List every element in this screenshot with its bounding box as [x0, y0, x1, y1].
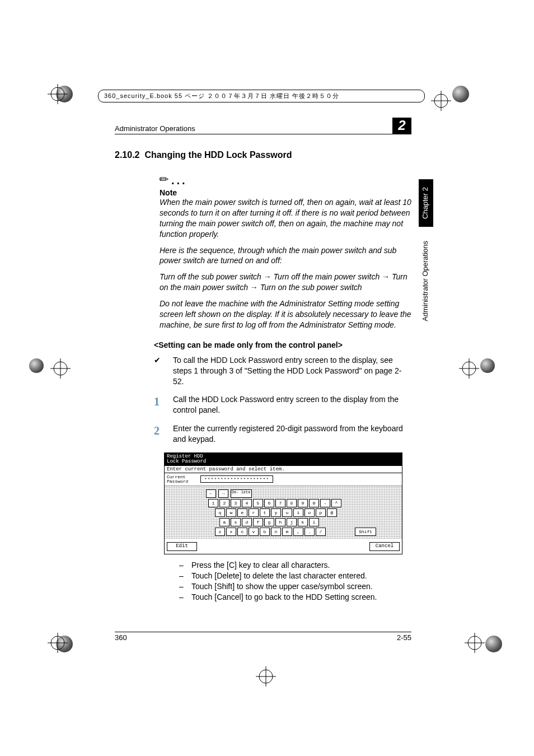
checkmark-icon: ✔: [154, 355, 163, 387]
embedded-screenshot: Register HDD Lock Password Enter current…: [164, 452, 402, 554]
step-number: 2: [154, 423, 163, 445]
key-5[interactable]: 5: [253, 499, 263, 507]
registration-mark-icon: [459, 358, 479, 379]
key-k[interactable]: k: [298, 518, 308, 526]
key-b[interactable]: b: [260, 528, 270, 536]
key-arrow-right[interactable]: →: [218, 489, 228, 498]
key-e[interactable]: e: [237, 508, 247, 517]
key-w[interactable]: w: [226, 508, 236, 517]
step-number: 1: [154, 394, 163, 416]
key-u[interactable]: u: [282, 508, 292, 517]
key-arrow-left[interactable]: ←: [206, 489, 216, 498]
registration-mark-icon: [48, 633, 68, 653]
key-7[interactable]: 7: [275, 499, 285, 507]
footer-page-number: 2-55: [397, 633, 411, 642]
registration-mark-icon: [256, 666, 276, 687]
key-t[interactable]: t: [260, 508, 270, 517]
key-d[interactable]: d: [242, 518, 252, 526]
crop-mark-icon: [452, 86, 469, 102]
crop-mark-icon: [480, 358, 495, 373]
key-v[interactable]: v: [249, 528, 259, 536]
key-r[interactable]: r: [249, 508, 259, 517]
key-q[interactable]: q: [215, 508, 225, 517]
key-.[interactable]: .: [305, 528, 315, 536]
registration-mark-icon: [431, 91, 451, 111]
sub-heading: <Setting can be made only from the contr…: [154, 340, 411, 349]
key-1[interactable]: 1: [208, 499, 218, 507]
cancel-button[interactable]: Cancel: [369, 542, 400, 551]
registration-mark-icon: [50, 358, 71, 379]
section-heading: 2.10.2 Changing the HDD Lock Password: [115, 150, 411, 160]
key-^[interactable]: ^: [331, 499, 341, 507]
key-2[interactable]: 2: [219, 499, 229, 507]
key-s[interactable]: s: [231, 518, 241, 526]
password-field[interactable]: ********************: [200, 475, 273, 483]
note-body: When the main power switch is turned off…: [160, 197, 411, 330]
key-i[interactable]: i: [293, 508, 303, 517]
key-g[interactable]: g: [264, 518, 274, 526]
key-shift[interactable]: Shift: [355, 528, 376, 536]
key-/[interactable]: /: [316, 528, 326, 536]
key-f[interactable]: f: [253, 518, 263, 526]
step-prereq: ✔ To call the HDD Lock Password entry sc…: [154, 355, 411, 387]
key-p[interactable]: p: [316, 508, 326, 517]
print-header-meta: 360_security_E.book 55 ページ ２００７年３月７日 水曜日…: [98, 90, 425, 102]
crop-mark-icon: [29, 358, 44, 373]
key-8[interactable]: 8: [287, 499, 297, 507]
key-9[interactable]: 9: [298, 499, 308, 507]
key--[interactable]: -: [320, 499, 330, 507]
key-@[interactable]: @: [327, 508, 337, 517]
key-x[interactable]: x: [226, 528, 236, 536]
registration-mark-icon: [48, 84, 68, 104]
running-head: Administrator Operations: [115, 124, 195, 134]
instruction-bullets: –Press the [C] key to clear all characte…: [179, 560, 411, 603]
key-m[interactable]: m: [282, 528, 292, 536]
key-y[interactable]: y: [271, 508, 281, 517]
key-3[interactable]: 3: [231, 499, 241, 507]
key-h[interactable]: h: [275, 518, 285, 526]
key-j[interactable]: j: [287, 518, 297, 526]
key-l[interactable]: l: [309, 518, 319, 526]
side-tab-chapter: Chapter 2: [419, 179, 433, 227]
side-tab-section: Administrator Operations: [419, 235, 433, 327]
key-delete[interactable]: De- lete: [231, 489, 252, 498]
key-6[interactable]: 6: [264, 499, 274, 507]
edit-button[interactable]: Edit: [167, 542, 197, 551]
step-1: 1 Call the HDD Lock Password entry scree…: [154, 394, 411, 416]
chapter-number-badge: 2: [392, 118, 411, 134]
key-0[interactable]: 0: [309, 499, 319, 507]
key-o[interactable]: o: [305, 508, 315, 517]
footer-model: 360: [115, 633, 127, 642]
key-z[interactable]: z: [215, 528, 225, 536]
key-4[interactable]: 4: [242, 499, 252, 507]
note-label: Note: [160, 188, 411, 197]
key-c[interactable]: c: [237, 528, 247, 536]
note-icon: ✎...: [160, 172, 411, 186]
key-n[interactable]: n: [271, 528, 281, 536]
onscreen-keyboard: ← → De- lete 1234567890-^ qwertyuiop@ as…: [165, 486, 402, 539]
key-a[interactable]: a: [219, 518, 229, 526]
crop-mark-icon: [485, 636, 502, 652]
registration-mark-icon: [465, 633, 485, 653]
step-2: 2 Enter the currently registered 20-digi…: [154, 423, 411, 445]
key-,[interactable]: ,: [293, 528, 303, 536]
